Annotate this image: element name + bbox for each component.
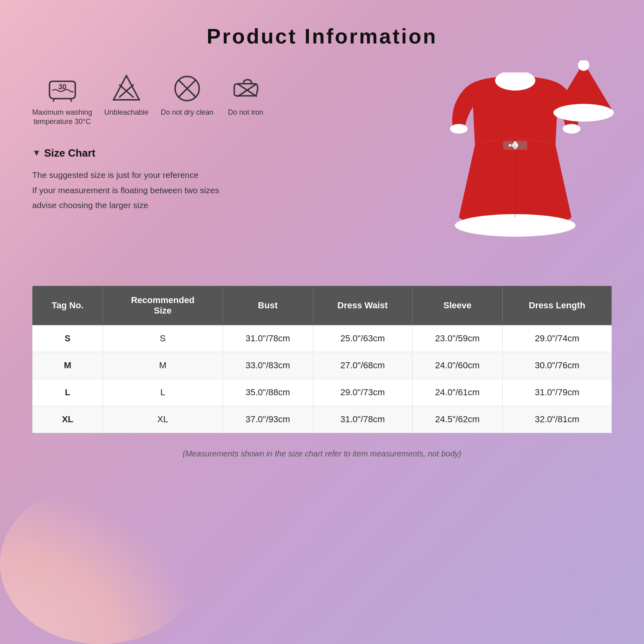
size-table-wrapper: Tag No. RecommendedSize Bust Dress Waist…	[32, 286, 612, 433]
col-tag: Tag No.	[33, 286, 103, 325]
size-table-body: S S 31.0"/78cm 25.0"/63cm 23.0"/59cm 29.…	[33, 325, 612, 433]
footer-note: (Measurements shown in the size chart re…	[32, 449, 612, 458]
svg-point-22	[512, 144, 515, 147]
no-iron-icon	[229, 72, 262, 105]
fluffy-decoration	[0, 483, 201, 644]
size-chart-title: ▼ Size Chart	[32, 147, 402, 159]
cell-tag: M	[33, 352, 103, 379]
cell-tag: L	[33, 379, 103, 406]
bleach-label: Unbleachable	[104, 108, 149, 117]
page-title: Product Information	[32, 24, 612, 48]
svg-point-19	[455, 214, 576, 237]
col-recommended: RecommendedSize	[103, 286, 223, 325]
cell-waist: 29.0"/73cm	[313, 379, 412, 406]
svg-point-13	[553, 104, 614, 122]
cell-waist: 31.0"/78cm	[313, 406, 412, 433]
care-icons: 30 Maximum washingtemperature 30°C Unble…	[32, 72, 402, 127]
col-length: Dress Length	[502, 286, 611, 325]
care-item-iron: Do not iron	[225, 72, 266, 117]
table-row: S S 31.0"/78cm 25.0"/63cm 23.0"/59cm 29.…	[33, 325, 612, 352]
col-bust: Bust	[223, 286, 313, 325]
table-row: XL XL 37.0"/93cm 31.0"/78cm 24.5"/62cm 3…	[33, 406, 612, 433]
cell-bust: 31.0"/78cm	[223, 325, 313, 352]
triangle-icon: ▼	[32, 148, 41, 158]
svg-point-23	[509, 144, 511, 147]
desc-line-1: The suggested size is just for your refe…	[32, 167, 402, 183]
iron-label: Do not iron	[228, 108, 263, 117]
care-item-bleach: Unbleachable	[104, 72, 149, 117]
cell-tag: S	[33, 325, 103, 352]
svg-text:30: 30	[58, 83, 66, 91]
cell-waist: 25.0"/63cm	[313, 325, 412, 352]
col-sleeve: Sleeve	[412, 286, 502, 325]
cell-tag: XL	[33, 406, 103, 433]
col-waist: Dress Waist	[313, 286, 412, 325]
dress-container	[439, 72, 592, 266]
cell-recommended: S	[103, 325, 223, 352]
table-row: L L 35.0"/88cm 29.0"/73cm 24.0"/61cm 31.…	[33, 379, 612, 406]
cell-length: 31.0"/79cm	[502, 379, 611, 406]
cell-sleeve: 23.0"/59cm	[412, 325, 502, 352]
left-info: 30 Maximum washingtemperature 30°C Unble…	[32, 72, 402, 217]
product-image-area	[419, 72, 612, 266]
cell-sleeve: 24.0"/61cm	[412, 379, 502, 406]
no-dry-clean-icon	[171, 72, 203, 105]
svg-point-17	[450, 124, 468, 134]
cell-length: 32.0"/81cm	[502, 406, 611, 433]
cell-recommended: XL	[103, 406, 223, 433]
cell-waist: 27.0"/68cm	[313, 352, 412, 379]
cell-sleeve: 24.0"/60cm	[412, 352, 502, 379]
care-item-wash: 30 Maximum washingtemperature 30°C	[32, 72, 92, 127]
no-bleach-icon	[110, 72, 142, 105]
cell-bust: 35.0"/88cm	[223, 379, 313, 406]
cell-bust: 37.0"/93cm	[223, 406, 313, 433]
cell-bust: 33.0"/83cm	[223, 352, 313, 379]
hat-container	[551, 60, 616, 125]
svg-point-24	[514, 141, 516, 144]
cell-length: 29.0"/74cm	[502, 325, 611, 352]
table-header-row: Tag No. RecommendedSize Bust Dress Waist…	[33, 286, 612, 325]
desc-line-2: If your measurement is floating between …	[32, 183, 402, 198]
desc-line-3: advise choosing the larger size	[32, 198, 402, 213]
size-table: Tag No. RecommendedSize Bust Dress Waist…	[32, 286, 612, 433]
cell-length: 30.0"/76cm	[502, 352, 611, 379]
dry-clean-label: Do not dry clean	[161, 108, 213, 117]
svg-marker-3	[114, 76, 139, 100]
wash-label: Maximum washingtemperature 30°C	[32, 108, 92, 127]
top-section: 30 Maximum washingtemperature 30°C Unble…	[32, 72, 612, 266]
page-container: Product Information 30	[0, 0, 644, 644]
care-item-dry-clean: Do not dry clean	[161, 72, 213, 117]
size-chart-section: ▼ Size Chart The suggested size is just …	[32, 147, 402, 213]
wash-30-icon: 30	[46, 72, 78, 105]
size-chart-description: The suggested size is just for your refe…	[32, 167, 402, 213]
cell-recommended: M	[103, 352, 223, 379]
svg-point-18	[563, 124, 580, 134]
table-row: M M 33.0"/83cm 27.0"/68cm 24.0"/60cm 30.…	[33, 352, 612, 379]
santa-hat-svg	[551, 60, 616, 125]
cell-sleeve: 24.5"/62cm	[412, 406, 502, 433]
cell-recommended: L	[103, 379, 223, 406]
